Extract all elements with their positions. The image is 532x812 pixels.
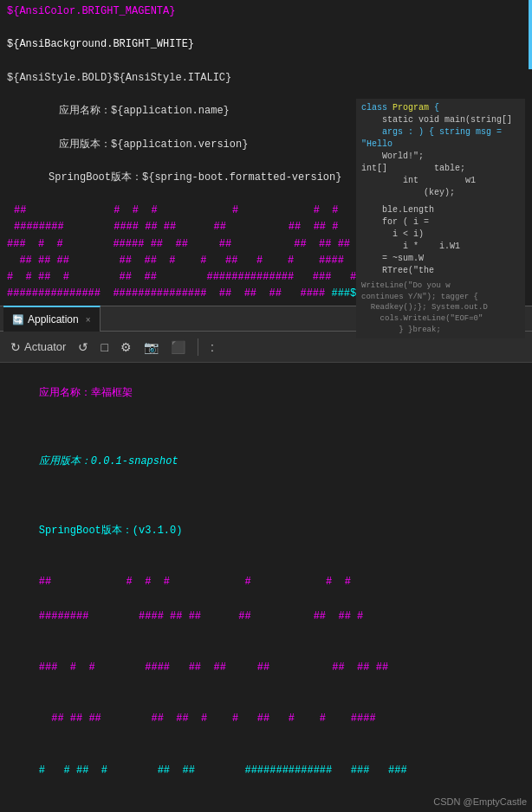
refresh-button[interactable]: ↺ (75, 338, 92, 356)
app-name-value: 幸福框架 (91, 387, 133, 399)
right-code-panel: class Program { static void main(string[… (356, 99, 525, 338)
actuator-icon: ↻ (10, 340, 21, 354)
app-version-label: 应用版本： (39, 455, 91, 467)
tab-label: Application (28, 313, 79, 325)
console-app-name-line: 应用名称：幸福框架 (14, 368, 518, 419)
actuator-button[interactable]: ↻ Actuator (7, 338, 69, 356)
camera-button[interactable]: 📷 (140, 338, 162, 356)
scroll-indicator (529, 0, 532, 69)
code-line-3: ${AnsiBackground.BRIGHT_WHITE} (7, 36, 525, 53)
ascii-bottom-1: ## # # # # # # (14, 574, 518, 591)
console-empty-1 (14, 420, 518, 437)
ascii-bottom-3: ### # # #### ## ## ## ## ## ## (14, 642, 518, 693)
console-empty-2 (14, 488, 518, 506)
top-code-section: ${AnsiColor.BRIGHT_MAGENTA} ${AnsiBackgr… (0, 0, 532, 306)
app-version-value: 0.0.1-snapshot (91, 455, 178, 467)
spring-boot-label: SpringBoot版本： (39, 525, 133, 537)
code-line-5: ${AnsiStyle.BOLD}${AnsiStyle.ITALIC} (7, 70, 525, 87)
spring-boot-value: (v3.1.0) (133, 525, 183, 537)
export-button[interactable]: ⬛ (167, 338, 189, 356)
ascii-bottom-4: ## ## ## ## ## # # ## # # #### (14, 694, 518, 745)
app-name-label: 应用名称： (39, 387, 91, 399)
actuator-label: Actuator (24, 340, 66, 353)
console-section: 应用名称：幸福框架 应用版本：0.0.1-snapshot SpringBoot… (0, 363, 532, 812)
code-line-2 (7, 20, 525, 36)
ascii-bottom-2: ######## #### ## ## ## ## ## # (14, 591, 518, 642)
more-button[interactable]: : (207, 338, 217, 356)
tab-close-button[interactable]: × (86, 315, 91, 325)
console-app-version-line: 应用版本：0.0.1-snapshot (14, 437, 518, 488)
watermark: CSDN @EmptyCastle (433, 796, 527, 807)
ascii-bottom-5: # # ## # ## ## ############## ### ### (14, 745, 518, 796)
stop-button[interactable]: □ (97, 338, 111, 356)
console-empty-3 (14, 557, 518, 574)
tab-refresh-icon: 🔄 (12, 314, 24, 325)
application-tab[interactable]: 🔄 Application × (3, 306, 101, 332)
code-line-1: ${AnsiColor.BRIGHT_MAGENTA} (7, 3, 525, 20)
settings-button[interactable]: ⚙ (117, 338, 135, 356)
console-spring-boot-line: SpringBoot版本：(v3.1.0) (14, 506, 518, 557)
toolbar-separator (198, 338, 198, 356)
code-line-4 (7, 54, 525, 70)
